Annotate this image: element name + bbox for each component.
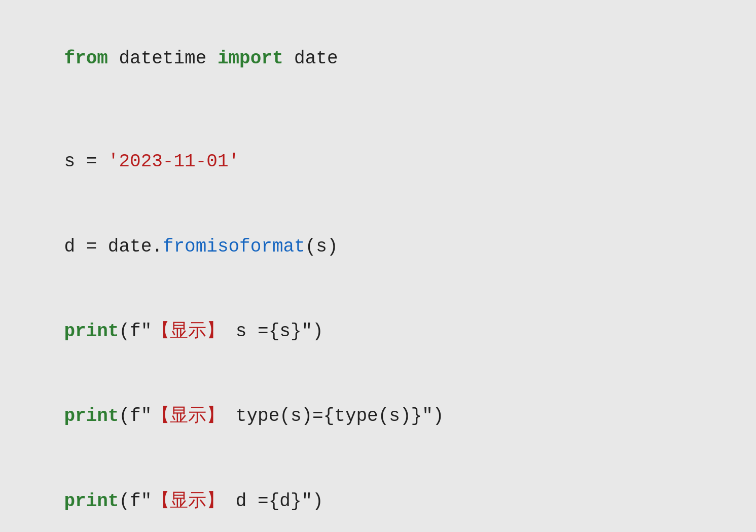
string-value: '2023-11-01' — [108, 151, 239, 172]
print-content-2: type(s)={type(s)}") — [225, 406, 444, 427]
print-line-3: print(f"【显示】 d ={d}") — [20, 459, 736, 532]
print-line-2: print(f"【显示】 type(s)={type(s)}") — [20, 374, 736, 459]
import-line: from datetime import date — [20, 16, 736, 101]
keyword-print-3: print — [64, 491, 119, 512]
print-open-3: (f" — [119, 491, 152, 512]
print-open-1: (f" — [119, 321, 152, 342]
blank-line-1 — [20, 101, 736, 119]
keyword-from: from — [64, 48, 107, 69]
method-arg: (s) — [305, 236, 338, 257]
module-name: datetime — [108, 48, 218, 69]
var-d-prefix: d = date. — [64, 236, 162, 257]
chinese-bracket-2: 【显示】 — [152, 406, 225, 427]
keyword-print-1: print — [64, 321, 119, 342]
d-assign-line: d = date.fromisoformat(s) — [20, 204, 736, 289]
s-assign-line: s = '2023-11-01' — [20, 119, 736, 204]
print-line-1: print(f"【显示】 s ={s}") — [20, 289, 736, 374]
chinese-bracket-1: 【显示】 — [152, 321, 225, 342]
chinese-bracket-3: 【显示】 — [152, 491, 225, 512]
var-s: s = — [64, 151, 107, 172]
keyword-import: import — [218, 48, 283, 69]
keyword-print-2: print — [64, 406, 119, 427]
print-open-2: (f" — [119, 406, 152, 427]
method-fromisoformat: fromisoformat — [163, 236, 305, 257]
code-section: from datetime import date s = '2023-11-0… — [0, 0, 756, 532]
print-content-3: d ={d}") — [225, 491, 323, 512]
print-content-1: s ={s}") — [225, 321, 323, 342]
import-target: date — [283, 48, 338, 69]
